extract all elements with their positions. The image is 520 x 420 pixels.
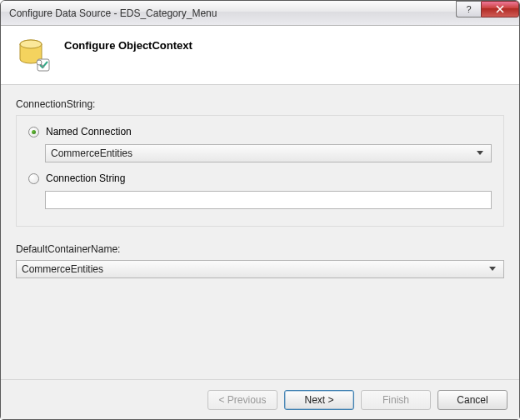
dialog-window: Configure Data Source - EDS_Category_Men…	[0, 0, 520, 420]
named-connection-radio-row[interactable]: Named Connection	[28, 126, 492, 138]
wizard-footer: < Previous Next > Finish Cancel	[1, 379, 519, 419]
title-bar: Configure Data Source - EDS_Category_Men…	[1, 1, 519, 26]
previous-button-label: < Previous	[218, 394, 266, 406]
next-button-label: Next >	[304, 394, 333, 406]
named-connection-value: CommerceEntities	[51, 148, 474, 159]
defaultcontainer-combo[interactable]: CommerceEntities	[16, 260, 504, 278]
named-connection-label: Named Connection	[46, 126, 132, 138]
wizard-header: Configure ObjectContext	[1, 26, 519, 85]
connectionstring-label: ConnectionString:	[16, 98, 504, 110]
cancel-button-label: Cancel	[457, 394, 488, 406]
finish-button: Finish	[361, 390, 431, 410]
database-wizard-icon	[16, 38, 51, 72]
wizard-content: ConnectionString: Named Connection Comme…	[1, 85, 519, 379]
connectionstring-group: Named Connection CommerceEntities Connec…	[16, 115, 504, 227]
connection-string-radio-row[interactable]: Connection String	[28, 172, 492, 184]
previous-button: < Previous	[208, 390, 278, 410]
svg-point-1	[20, 40, 42, 48]
defaultcontainer-value: CommerceEntities	[22, 263, 487, 275]
named-connection-radio[interactable]	[28, 127, 39, 138]
close-button[interactable]	[481, 1, 519, 18]
chevron-down-icon	[487, 267, 498, 272]
help-button[interactable]: ?	[456, 1, 481, 18]
wizard-step-title: Configure ObjectContext	[64, 39, 192, 52]
titlebar-buttons: ?	[456, 1, 519, 25]
finish-button-label: Finish	[382, 394, 409, 406]
connection-string-input[interactable]	[45, 191, 492, 209]
connection-string-label: Connection String	[46, 172, 125, 184]
window-title: Configure Data Source - EDS_Category_Men…	[9, 8, 456, 19]
connection-string-radio[interactable]	[28, 173, 39, 184]
help-icon: ?	[466, 4, 471, 14]
named-connection-combo[interactable]: CommerceEntities	[45, 144, 492, 162]
cancel-button[interactable]: Cancel	[438, 390, 508, 410]
chevron-down-icon	[474, 151, 486, 156]
defaultcontainer-label: DefaultContainerName:	[16, 243, 504, 255]
close-icon	[495, 5, 505, 13]
next-button[interactable]: Next >	[284, 390, 354, 410]
